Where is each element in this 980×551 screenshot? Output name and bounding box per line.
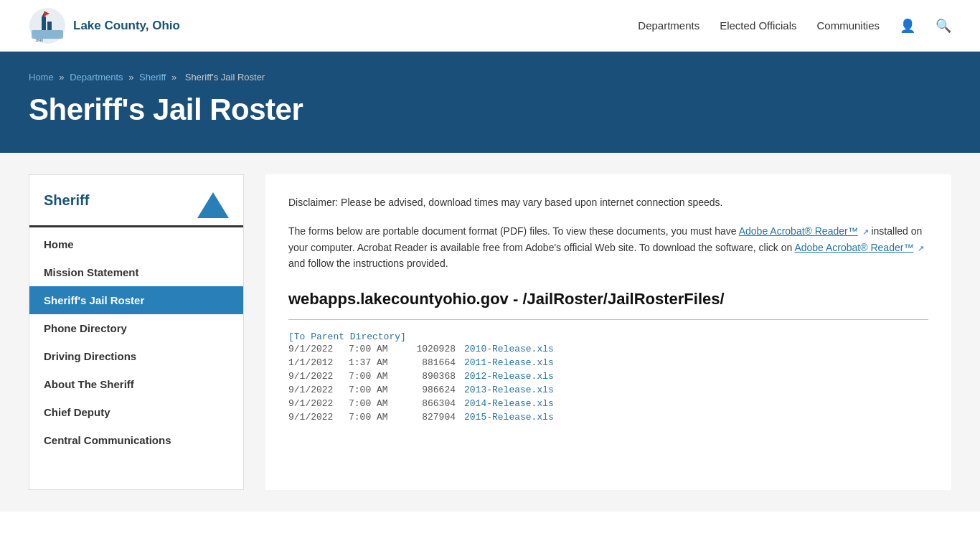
search-icon[interactable]: 🔍	[936, 18, 951, 34]
file-time: 7:00 AM	[349, 385, 395, 395]
person-icon[interactable]: 👤	[900, 18, 915, 34]
disclaimer-content: Disclaimer: Please be advised, download …	[288, 197, 722, 208]
breadcrumb-departments[interactable]: Departments	[70, 72, 123, 83]
breadcrumb-sheriff[interactable]: Sheriff	[139, 72, 166, 83]
sidebar-item-3[interactable]: Phone Directory	[29, 314, 243, 342]
file-size: 986624	[398, 385, 456, 395]
parent-dir-link[interactable]: [To Parent Directory]	[288, 331, 406, 342]
file-size: 1020928	[398, 344, 456, 354]
sidebar-item-0[interactable]: Home	[29, 230, 243, 258]
file-link[interactable]: 2015-Release.xls	[464, 412, 554, 423]
file-rows-container: 9/1/2022 7:00 AM 1020928 2010-Release.xl…	[288, 342, 928, 424]
breadcrumb-current: Sheriff's Jail Roster	[185, 72, 265, 83]
breadcrumb-home[interactable]: Home	[29, 72, 54, 83]
file-row: 9/1/2022 7:00 AM 827904 2015-Release.xls	[288, 410, 928, 424]
file-size: 827904	[398, 412, 456, 423]
svg-rect-2	[42, 17, 46, 30]
external-icon-2: ↗	[918, 242, 924, 255]
nav-communities[interactable]: Communities	[816, 19, 880, 32]
file-size: 890368	[398, 371, 456, 382]
file-time: 7:00 AM	[349, 344, 395, 354]
sidebar-item-7[interactable]: Central Communications	[29, 426, 243, 454]
pdf-note-3: and follow the instructions provided.	[288, 258, 448, 269]
logo-text: Lake County, Ohio	[73, 19, 180, 33]
file-server-heading: webapps.lakecountyohio.gov - /JailRoster…	[288, 289, 928, 310]
file-size: 881664	[398, 357, 456, 368]
file-row: 9/1/2022 7:00 AM 986624 2013-Release.xls	[288, 383, 928, 397]
svg-rect-5	[44, 11, 45, 17]
file-date: 9/1/2022	[288, 385, 346, 395]
pdf-note: The forms below are portable document fo…	[288, 223, 928, 271]
file-time: 7:00 AM	[349, 412, 395, 423]
sidebar: Sheriff HomeMission StatementSheriff's J…	[29, 174, 244, 490]
file-link[interactable]: 2012-Release.xls	[464, 371, 554, 382]
file-size: 866304	[398, 398, 456, 409]
logo-icon: 1840	[29, 7, 66, 44]
main-nav: Departments Elected Officials Communitie…	[638, 18, 951, 34]
sidebar-nav: HomeMission StatementSheriff's Jail Rost…	[29, 230, 243, 454]
svg-text:1840: 1840	[35, 38, 43, 42]
breadcrumb-sep-3: »	[171, 72, 179, 83]
file-date: 1/1/2012	[288, 357, 346, 368]
logo-area: 1840 Lake County, Ohio	[29, 7, 180, 44]
sidebar-header: Sheriff	[29, 192, 243, 227]
file-date: 9/1/2022	[288, 371, 346, 382]
sidebar-title: Sheriff	[44, 192, 89, 209]
nav-departments[interactable]: Departments	[638, 19, 699, 32]
sidebar-item-1[interactable]: Mission Statement	[29, 258, 243, 286]
file-link[interactable]: 2013-Release.xls	[464, 385, 554, 395]
file-date: 9/1/2022	[288, 398, 346, 409]
sidebar-arrow-icon	[197, 192, 229, 218]
file-link[interactable]: 2010-Release.xls	[464, 344, 554, 354]
pdf-note-1: The forms below are portable document fo…	[288, 225, 737, 237]
breadcrumb-sep-2: »	[128, 72, 136, 83]
file-link[interactable]: 2011-Release.xls	[464, 357, 554, 368]
file-date: 9/1/2022	[288, 412, 346, 423]
breadcrumb: Home » Departments » Sheriff » Sheriff's…	[29, 72, 951, 83]
sidebar-item-4[interactable]: Driving Directions	[29, 342, 243, 370]
file-time: 1:37 AM	[349, 357, 395, 368]
sidebar-item-5[interactable]: About The Sheriff	[29, 370, 243, 398]
file-date: 9/1/2022	[288, 344, 346, 354]
file-link[interactable]: 2014-Release.xls	[464, 398, 554, 409]
file-row: 1/1/2012 1:37 AM 881664 2011-Release.xls	[288, 356, 928, 369]
nav-elected-officials[interactable]: Elected Officials	[720, 19, 796, 32]
main-content: Sheriff HomeMission StatementSheriff's J…	[0, 153, 980, 512]
hero-banner: Home » Departments » Sheriff » Sheriff's…	[0, 52, 980, 153]
file-row: 9/1/2022 7:00 AM 866304 2014-Release.xls	[288, 397, 928, 410]
adobe-link-2[interactable]: Adobe Acrobat® Reader™	[794, 242, 913, 253]
svg-rect-3	[47, 22, 52, 30]
breadcrumb-sep-1: »	[59, 72, 67, 83]
file-time: 7:00 AM	[349, 371, 395, 382]
disclaimer-text: Disclaimer: Please be advised, download …	[288, 194, 928, 210]
file-listing: [To Parent Directory] 9/1/2022 7:00 AM 1…	[288, 331, 928, 424]
external-icon-1: ↗	[862, 226, 869, 239]
page-title: Sheriff's Jail Roster	[29, 93, 951, 127]
file-row: 9/1/2022 7:00 AM 1020928 2010-Release.xl…	[288, 342, 928, 356]
content-area: Disclaimer: Please be advised, download …	[265, 174, 951, 490]
sidebar-item-6[interactable]: Chief Deputy	[29, 398, 243, 426]
file-row: 9/1/2022 7:00 AM 890368 2012-Release.xls	[288, 369, 928, 383]
file-time: 7:00 AM	[349, 398, 395, 409]
site-header: 1840 Lake County, Ohio Departments Elect…	[0, 0, 980, 52]
sidebar-item-2[interactable]: Sheriff's Jail Roster	[29, 286, 243, 314]
adobe-link-1[interactable]: Adobe Acrobat® Reader™	[739, 225, 858, 237]
content-divider	[288, 319, 928, 320]
